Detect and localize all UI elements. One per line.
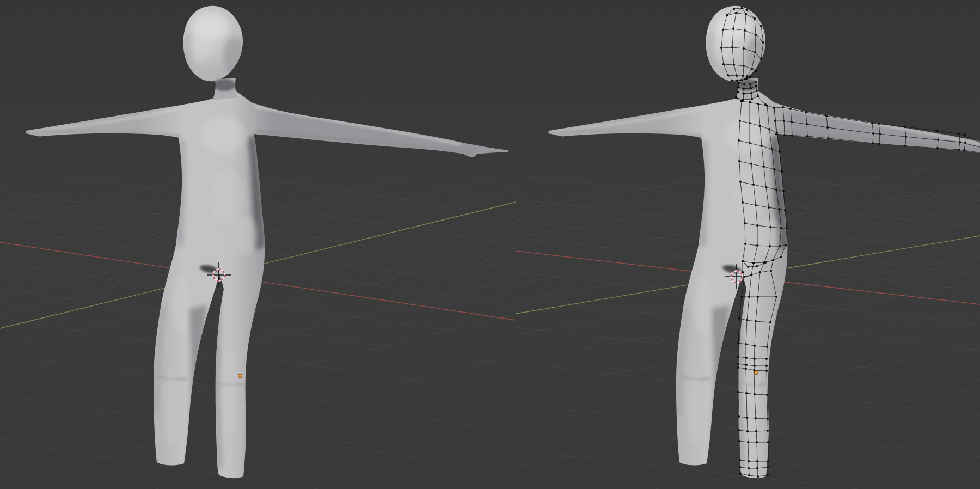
mesh-vertex[interactable] bbox=[964, 133, 966, 136]
mesh-vertex[interactable] bbox=[748, 296, 750, 298]
mesh-vertex[interactable] bbox=[827, 137, 829, 139]
mesh-vertex[interactable] bbox=[752, 262, 755, 264]
mesh-vertex[interactable] bbox=[756, 90, 758, 92]
mesh-vertex[interactable] bbox=[756, 467, 758, 469]
mesh-vertex[interactable] bbox=[760, 58, 762, 60]
mesh-vertex[interactable] bbox=[958, 149, 960, 151]
mesh-vertex[interactable] bbox=[748, 460, 750, 462]
mesh-vertex[interactable] bbox=[754, 51, 756, 53]
mesh-vertex[interactable] bbox=[733, 8, 735, 10]
mesh-vertex[interactable] bbox=[751, 98, 753, 100]
mesh-vertex[interactable] bbox=[762, 41, 764, 44]
mesh-vertex[interactable] bbox=[958, 133, 960, 135]
mesh-vertex[interactable] bbox=[732, 28, 734, 30]
mesh-vertex[interactable] bbox=[751, 68, 753, 70]
mesh-vertex[interactable] bbox=[755, 34, 757, 36]
mesh-vertex[interactable] bbox=[748, 467, 750, 469]
mesh-vertex[interactable] bbox=[737, 363, 739, 365]
mesh-vertex[interactable] bbox=[735, 96, 737, 99]
mesh-vertex[interactable] bbox=[755, 70, 757, 72]
mesh-vertex[interactable] bbox=[769, 245, 771, 247]
mesh-vertex[interactable] bbox=[755, 204, 757, 206]
mesh-vertex[interactable] bbox=[757, 103, 759, 105]
mesh-vertex[interactable] bbox=[749, 122, 751, 124]
mesh-vertex[interactable] bbox=[737, 86, 739, 88]
mesh-vertex[interactable] bbox=[756, 441, 758, 443]
mesh-vertex[interactable] bbox=[872, 142, 874, 144]
mesh-vertex[interactable] bbox=[740, 296, 743, 298]
mesh-vertex[interactable] bbox=[754, 345, 756, 347]
mesh-vertex[interactable] bbox=[936, 147, 939, 149]
mesh-vertex[interactable] bbox=[735, 12, 737, 14]
mesh-vertex[interactable] bbox=[805, 111, 807, 113]
mesh-vertex[interactable] bbox=[745, 392, 748, 394]
mesh-vertex[interactable] bbox=[747, 441, 749, 443]
mesh-vertex[interactable] bbox=[737, 342, 739, 344]
mesh-vertex[interactable] bbox=[791, 121, 793, 123]
mesh-vertex[interactable] bbox=[749, 83, 751, 85]
mesh-vertex[interactable] bbox=[936, 130, 939, 132]
mesh-vertex[interactable] bbox=[738, 440, 740, 442]
mesh-vertex[interactable] bbox=[767, 474, 769, 476]
mesh-vertex[interactable] bbox=[780, 227, 782, 229]
mesh-vertex[interactable] bbox=[806, 123, 808, 125]
mesh-vertex[interactable] bbox=[737, 91, 739, 93]
mesh-vertex[interactable] bbox=[760, 25, 762, 27]
mesh-vertex[interactable] bbox=[749, 142, 751, 144]
mesh-vertex[interactable] bbox=[773, 168, 775, 170]
mesh-vertex[interactable] bbox=[783, 134, 786, 136]
mesh-vertex[interactable] bbox=[806, 135, 808, 137]
mesh-vertex[interactable] bbox=[754, 17, 756, 20]
mesh-vertex[interactable] bbox=[825, 115, 828, 117]
mesh-vertex[interactable] bbox=[738, 139, 740, 142]
mesh-vertex[interactable] bbox=[746, 75, 748, 77]
mesh-vertex[interactable] bbox=[742, 260, 744, 262]
mesh-vertex[interactable] bbox=[767, 418, 769, 420]
mesh-vertex[interactable] bbox=[744, 29, 746, 32]
mesh-vertex[interactable] bbox=[749, 76, 751, 78]
mesh-vertex[interactable] bbox=[826, 126, 829, 129]
mesh-vertex[interactable] bbox=[755, 417, 757, 419]
mesh-vertex[interactable] bbox=[765, 365, 768, 367]
object-origin-point[interactable] bbox=[238, 374, 242, 378]
mesh-vertex[interactable] bbox=[755, 81, 757, 83]
mesh-vertex[interactable] bbox=[743, 65, 745, 67]
mesh-vertex[interactable] bbox=[770, 270, 772, 272]
mesh-vertex[interactable] bbox=[766, 346, 768, 348]
mesh-vertex[interactable] bbox=[743, 47, 745, 50]
mesh-vertex[interactable] bbox=[731, 80, 733, 82]
mesh-vertex[interactable] bbox=[731, 46, 733, 48]
mesh-vertex[interactable] bbox=[759, 125, 761, 127]
mesh-vertex[interactable] bbox=[754, 358, 756, 360]
mesh-vertex[interactable] bbox=[737, 391, 739, 393]
3d-viewport-canvas[interactable] bbox=[0, 0, 980, 489]
mesh-vertex[interactable] bbox=[738, 82, 740, 84]
mesh-vertex[interactable] bbox=[964, 142, 966, 144]
mesh-vertex[interactable] bbox=[878, 123, 880, 125]
mesh-vertex[interactable] bbox=[937, 139, 939, 141]
mesh-vertex[interactable] bbox=[749, 101, 751, 103]
mesh-vertex[interactable] bbox=[905, 136, 907, 138]
mesh-vertex[interactable] bbox=[739, 473, 742, 475]
object-origin-point[interactable] bbox=[755, 371, 758, 375]
mesh-vertex[interactable] bbox=[754, 365, 756, 367]
mesh-vertex[interactable] bbox=[871, 122, 873, 124]
mesh-vertex[interactable] bbox=[740, 100, 743, 102]
mesh-vertex[interactable] bbox=[763, 261, 765, 264]
mesh-vertex[interactable] bbox=[774, 120, 776, 122]
mesh-vertex[interactable] bbox=[786, 227, 788, 229]
mesh-vertex[interactable] bbox=[781, 170, 783, 173]
mesh-vertex[interactable] bbox=[746, 430, 749, 432]
mesh-vertex[interactable] bbox=[745, 364, 748, 366]
mesh-vertex[interactable] bbox=[959, 141, 961, 143]
mesh-vertex[interactable] bbox=[745, 343, 747, 345]
mesh-vertex[interactable] bbox=[744, 78, 746, 80]
mesh-vertex[interactable] bbox=[904, 126, 906, 128]
mesh-vertex[interactable] bbox=[736, 80, 738, 82]
mesh-vertex[interactable] bbox=[761, 145, 763, 147]
mesh-vertex[interactable] bbox=[757, 475, 759, 478]
mesh-vertex[interactable] bbox=[739, 181, 742, 183]
mesh-vertex[interactable] bbox=[750, 92, 752, 94]
mesh-vertex[interactable] bbox=[720, 47, 722, 49]
mesh-vertex[interactable] bbox=[748, 474, 750, 476]
